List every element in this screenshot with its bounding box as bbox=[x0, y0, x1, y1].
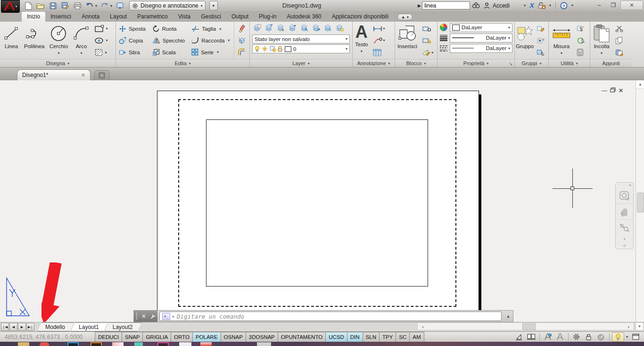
gruppo-aggiungi-rimuovi-button[interactable]: ± bbox=[535, 35, 546, 46]
doc-restore-icon[interactable] bbox=[610, 87, 616, 94]
selezione-rapida-button[interactable] bbox=[575, 23, 586, 34]
help-caret-icon[interactable]: ▾ bbox=[570, 3, 575, 8]
redo-caret-icon[interactable]: ▾ bbox=[110, 4, 112, 8]
close-button[interactable]: ✕ bbox=[620, 0, 643, 10]
taskbar-icon[interactable] bbox=[91, 342, 102, 346]
pan-hand-icon[interactable] bbox=[616, 204, 633, 220]
scroll-left-icon[interactable]: ‹ bbox=[419, 323, 427, 329]
workspace-icon-button[interactable] bbox=[115, 1, 124, 10]
scroll-down-icon[interactable]: ▼ bbox=[636, 322, 644, 330]
sign-in-caret-icon[interactable]: ▾ bbox=[511, 3, 528, 8]
layer-off-button[interactable] bbox=[335, 23, 345, 33]
sposta-button[interactable]: Sposta bbox=[119, 25, 146, 33]
object-color-dropdown[interactable]: DaLayer ▾ bbox=[450, 23, 512, 32]
cerchio-caret-icon[interactable]: ▾ bbox=[58, 50, 59, 56]
navbar-close-icon[interactable]: ✕ bbox=[627, 183, 633, 188]
vertical-scrollbar[interactable]: ▲ bbox=[636, 80, 644, 322]
customize-wrench-icon[interactable] bbox=[150, 313, 156, 320]
copia-button[interactable]: Copia bbox=[119, 37, 146, 44]
zoom-tool-icon[interactable] bbox=[616, 220, 633, 236]
exchange-apps-icon[interactable]: X bbox=[528, 1, 536, 10]
taglia-button[interactable]: Taglia▾ bbox=[191, 25, 230, 32]
tratteggio-caret-icon[interactable]: ▾ bbox=[105, 51, 107, 55]
taskbar-icon[interactable] bbox=[67, 342, 79, 346]
linetype-dropdown[interactable]: DaLayer ▾ bbox=[450, 44, 512, 53]
panel-label-edita[interactable]: Edita▾ bbox=[116, 59, 249, 67]
clean-screen-button[interactable] bbox=[630, 333, 641, 341]
prev-layout-icon[interactable]: ◀ bbox=[9, 323, 17, 331]
quota-button[interactable]: ▾ bbox=[372, 23, 387, 34]
tab-parametrico[interactable]: Parametrico bbox=[132, 12, 173, 22]
rettangolo-button[interactable]: ▾ bbox=[93, 23, 109, 34]
panel-label-appunti[interactable]: Appunti bbox=[590, 59, 632, 67]
panel-label-utilita[interactable]: Utilità▾ bbox=[549, 59, 590, 67]
toggle-orto[interactable]: ORTO bbox=[171, 332, 193, 342]
testo-button[interactable]: A Testo ▾ bbox=[353, 22, 371, 59]
panel-label-gruppi[interactable]: Gruppi▾ bbox=[515, 59, 548, 67]
recent-commands-caret-icon[interactable]: ▸ bbox=[173, 314, 174, 319]
search-input[interactable] bbox=[422, 1, 470, 9]
proprieta-dialog-launcher[interactable]: ↘ bbox=[509, 61, 512, 66]
sun-icon[interactable] bbox=[262, 46, 268, 52]
tratteggio-button[interactable]: ▾ bbox=[93, 47, 109, 58]
app-menu-button[interactable]: ▾ bbox=[1, 0, 20, 13]
annotation-visibility-button[interactable] bbox=[542, 333, 553, 341]
save-button[interactable] bbox=[48, 1, 58, 10]
ellisse-caret-icon[interactable]: ▾ bbox=[106, 38, 107, 42]
open-file-button[interactable] bbox=[36, 1, 45, 10]
bulb-on-icon[interactable] bbox=[255, 46, 260, 52]
specchio-button[interactable]: Specchio bbox=[152, 37, 185, 44]
tab-layout1[interactable]: Layout1 bbox=[71, 322, 108, 331]
inserisci-button[interactable]: Inserisci bbox=[395, 22, 420, 59]
toggle-osnap[interactable]: OSNAP bbox=[221, 332, 246, 342]
vertical-scroll-thumb[interactable] bbox=[637, 193, 644, 212]
taglia-appunti-button[interactable] bbox=[614, 23, 625, 34]
misura-button[interactable]: Misura ▾ bbox=[549, 22, 574, 59]
toggle-griglia[interactable]: GRIGLIA bbox=[142, 332, 171, 342]
stira-button[interactable]: Stira bbox=[119, 49, 146, 56]
plot-button[interactable] bbox=[73, 1, 82, 10]
layer-color-swatch[interactable] bbox=[285, 46, 291, 52]
search-icon[interactable] bbox=[470, 1, 482, 10]
doc-close-icon[interactable]: ✕ bbox=[619, 87, 623, 94]
status-tray-caret-icon[interactable]: ▾ bbox=[625, 335, 629, 339]
lineweight-icon[interactable] bbox=[439, 34, 448, 41]
tab-gestisci[interactable]: Gestisci bbox=[196, 12, 226, 22]
ribbon-minimize-button[interactable]: ▲▾ bbox=[397, 14, 413, 20]
misura-caret-icon[interactable]: ▾ bbox=[561, 50, 562, 56]
panel-label-layer[interactable]: Layer▾ bbox=[250, 59, 352, 67]
tab-inserisci[interactable]: Inserisci bbox=[45, 12, 76, 22]
definisci-attributi-button[interactable]: ▾ bbox=[421, 47, 435, 58]
first-layout-icon[interactable]: ❘◀ bbox=[1, 323, 9, 331]
undo-caret-icon[interactable]: ▾ bbox=[95, 4, 97, 8]
incolla-speciale-button[interactable] bbox=[614, 47, 625, 58]
arco-button[interactable]: Arco ▾ bbox=[70, 22, 92, 59]
tab-inizio[interactable]: Inizio bbox=[22, 12, 45, 22]
scroll-up-icon[interactable]: ▲ bbox=[636, 80, 644, 89]
tabella-button[interactable] bbox=[372, 47, 387, 58]
tab-applicazioni-disponibili[interactable]: Applicazioni disponibili bbox=[327, 12, 394, 22]
scala-button[interactable]: Scala bbox=[152, 49, 185, 56]
cancella-button[interactable] bbox=[236, 23, 248, 34]
quick-view-layouts-button[interactable] bbox=[526, 333, 537, 341]
model-space-button[interactable] bbox=[513, 333, 525, 341]
raccorda-caret-icon[interactable]: ▾ bbox=[228, 38, 230, 42]
toggle-3dosnap[interactable]: 3DOSNAP bbox=[246, 332, 278, 342]
undo-button[interactable] bbox=[85, 1, 94, 10]
serie-caret-icon[interactable]: ▾ bbox=[217, 50, 219, 54]
navbar-minimize-icon[interactable]: ⊖ bbox=[623, 242, 626, 249]
toggle-ucsd[interactable]: UCSD bbox=[325, 332, 347, 342]
layer-freeze-button[interactable] bbox=[323, 23, 333, 33]
raccorda-button[interactable]: Raccorda▾ bbox=[191, 37, 230, 44]
color-wheel-icon[interactable] bbox=[439, 23, 448, 32]
viewport-freeze-icon[interactable] bbox=[270, 46, 276, 52]
lineweight-dropdown[interactable]: DaLayer ▾ bbox=[450, 34, 512, 42]
workspace-gear-button[interactable] bbox=[571, 333, 582, 341]
toggle-opuntamento[interactable]: OPUNTAMENTO bbox=[278, 332, 326, 342]
layer-state-dropdown[interactable]: Stato layer non salvato ▾ bbox=[252, 34, 350, 43]
modifica-attributi-button[interactable] bbox=[421, 35, 435, 46]
serie-button[interactable]: Serie▾ bbox=[191, 49, 230, 56]
gruppo-button[interactable]: Gruppo bbox=[515, 22, 535, 59]
toggle-polare[interactable]: POLARE bbox=[192, 332, 221, 342]
esplodi-button[interactable] bbox=[236, 35, 248, 46]
